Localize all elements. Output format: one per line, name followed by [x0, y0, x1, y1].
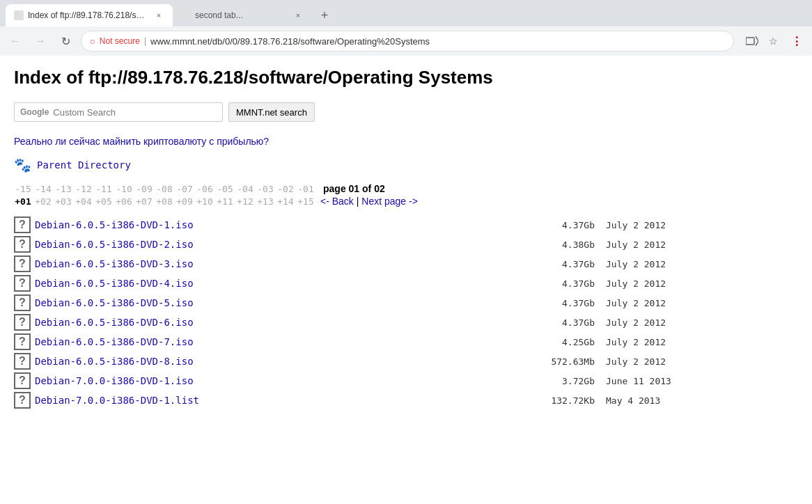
file-size: 4.25Gb — [532, 337, 595, 347]
pag-num-+06[interactable]: +06 — [115, 196, 133, 207]
pag-num-+04[interactable]: +04 — [75, 196, 93, 207]
folder-icon: 🐾 — [14, 157, 31, 173]
table-row: Debian-6.0.5-i386-DVD-5.iso 4.37Gb July … — [14, 293, 682, 313]
reload-button[interactable]: ↻ — [56, 31, 75, 51]
inactive-tab[interactable]: second tab... × — [173, 4, 312, 26]
pag-num--14[interactable]: -14 — [34, 184, 52, 194]
pag-num--06[interactable]: -06 — [196, 184, 214, 194]
pag-num-+08[interactable]: +08 — [155, 196, 173, 207]
file-size: 4.38Gb — [532, 239, 595, 250]
pagination-area: -15 -14 -13 -12 -11 -10 -09 -08 -07 -06 … — [14, 183, 682, 207]
pag-num-+07[interactable]: +07 — [135, 196, 153, 207]
back-link[interactable]: <- Back — [320, 196, 354, 207]
pag-num-+02[interactable]: +02 — [34, 196, 52, 207]
file-icon — [14, 314, 31, 331]
pag-num--12[interactable]: -12 — [75, 184, 93, 194]
url-bar[interactable]: ○ Not secure | www.mmnt.net/db/0/0/89.17… — [81, 31, 734, 52]
file-link[interactable]: Debian-6.0.5-i386-DVD-6.iso — [35, 317, 532, 328]
file-date: July 2 2012 — [606, 239, 682, 250]
file-date: July 2 2012 — [606, 356, 682, 367]
pag-num-+01[interactable]: +01 — [14, 196, 32, 207]
file-size: 4.37Gb — [532, 220, 595, 230]
tab-close-button[interactable]: × — [153, 10, 164, 21]
file-icon — [14, 216, 31, 233]
pag-num-+12[interactable]: +12 — [236, 196, 254, 207]
pag-num--04[interactable]: -04 — [236, 184, 254, 194]
table-row: Debian-6.0.5-i386-DVD-2.iso 4.38Gb July … — [14, 235, 682, 254]
parent-directory-link[interactable]: Parent Directory — [37, 159, 131, 171]
pag-num--03[interactable]: -03 — [256, 184, 274, 194]
menu-icon[interactable]: ⋮ — [787, 31, 806, 51]
bookmark-icon[interactable]: ☆ — [765, 33, 781, 49]
pag-num-+05[interactable]: +05 — [95, 196, 113, 207]
pagination-positive-nums: +01 +02 +03 +04 +05 +06 +07 +08 +09 +10 … — [14, 196, 315, 207]
search-input[interactable] — [53, 107, 217, 118]
table-row: Debian-6.0.5-i386-DVD-1.iso 4.37Gb July … — [14, 215, 682, 235]
pag-num-+03[interactable]: +03 — [54, 196, 72, 207]
file-link[interactable]: Debian-6.0.5-i386-DVD-8.iso — [35, 356, 532, 367]
pag-num--05[interactable]: -05 — [216, 184, 234, 194]
forward-button[interactable]: → — [31, 31, 50, 51]
file-date: July 2 2012 — [606, 259, 682, 269]
next-page-link[interactable]: Next page -> — [361, 196, 418, 207]
active-tab[interactable]: Index of ftp://89.178.76.218/soft... × — [6, 4, 173, 26]
file-date: July 2 2012 — [606, 317, 682, 328]
page-title: Index of ftp://89.178.76.218/software/Op… — [14, 67, 682, 88]
pag-num--11[interactable]: -11 — [95, 184, 113, 194]
file-link[interactable]: Debian-6.0.5-i386-DVD-7.iso — [35, 336, 532, 347]
pag-num--01[interactable]: -01 — [297, 184, 315, 194]
pag-num--13[interactable]: -13 — [54, 184, 72, 194]
file-size: 4.37Gb — [532, 278, 595, 289]
address-bar-icons: ☆ — [744, 33, 781, 49]
url-separator: | — [144, 36, 146, 46]
tab-bar: Index of ftp://89.178.76.218/soft... × s… — [0, 0, 812, 26]
pag-num-+13[interactable]: +13 — [256, 196, 274, 207]
pag-num-+15[interactable]: +15 — [297, 196, 315, 207]
back-button[interactable]: ← — [6, 31, 25, 51]
file-link[interactable]: Debian-6.0.5-i386-DVD-5.iso — [35, 297, 532, 308]
file-size: 132.72Kb — [532, 395, 595, 406]
address-bar: ← → ↻ ○ Not secure | www.mmnt.net/db/0/0… — [0, 26, 812, 56]
table-row: Debian-6.0.5-i386-DVD-8.iso 572.63Mb Jul… — [14, 352, 682, 371]
file-link[interactable]: Debian-7.0.0-i386-DVD-1.iso — [35, 375, 532, 386]
table-row: Debian-6.0.5-i386-DVD-7.iso 4.25Gb July … — [14, 332, 682, 352]
new-tab-button[interactable]: + — [315, 6, 334, 25]
file-link[interactable]: Debian-6.0.5-i386-DVD-2.iso — [35, 239, 532, 250]
file-link[interactable]: Debian-6.0.5-i386-DVD-3.iso — [35, 258, 532, 269]
file-date: July 2 2012 — [606, 220, 682, 230]
file-size: 3.72Gb — [532, 376, 595, 386]
not-secure-label: Not secure — [100, 36, 140, 46]
cast-icon[interactable] — [744, 33, 760, 49]
pag-num-+14[interactable]: +14 — [276, 196, 295, 207]
file-date: May 4 2013 — [606, 395, 682, 406]
file-link[interactable]: Debian-6.0.5-i386-DVD-1.iso — [35, 219, 532, 230]
file-size: 4.37Gb — [532, 259, 595, 269]
table-row: Debian-7.0.0-i386-DVD-1.list 132.72Kb Ma… — [14, 391, 682, 410]
pagination-nav: <- Back | Next page -> — [320, 196, 418, 207]
google-search-box[interactable]: Google — [14, 102, 223, 122]
pag-num--02[interactable]: -02 — [276, 184, 295, 194]
inactive-tab-close-button[interactable]: × — [292, 10, 304, 21]
svg-rect-0 — [746, 38, 754, 45]
tab-favicon — [14, 10, 24, 20]
file-link[interactable]: Debian-7.0.0-i386-DVD-1.list — [35, 395, 532, 406]
pag-num--10[interactable]: -10 — [115, 184, 133, 194]
file-date: June 11 2013 — [606, 376, 682, 386]
pag-num--09[interactable]: -09 — [135, 184, 153, 194]
file-date: July 2 2012 — [606, 337, 682, 347]
promo-link[interactable]: Реально ли сейчас майнить криптовалюту с… — [14, 136, 682, 147]
pag-num--07[interactable]: -07 — [175, 184, 194, 194]
inactive-tab-title: second tab... — [195, 10, 288, 20]
file-link[interactable]: Debian-6.0.5-i386-DVD-4.iso — [35, 278, 532, 289]
file-size: 572.63Mb — [532, 356, 595, 367]
pag-num--08[interactable]: -08 — [155, 184, 173, 194]
file-list: Debian-6.0.5-i386-DVD-1.iso 4.37Gb July … — [14, 215, 682, 410]
pag-num--15[interactable]: -15 — [14, 184, 32, 194]
mmnt-search-button[interactable]: MMNT.net search — [228, 102, 315, 122]
table-row: Debian-7.0.0-i386-DVD-1.iso 3.72Gb June … — [14, 371, 682, 391]
pag-num-+10[interactable]: +10 — [196, 196, 214, 207]
pag-num-+09[interactable]: +09 — [175, 196, 194, 207]
google-logo: Google — [20, 107, 49, 117]
pag-num-+11[interactable]: +11 — [216, 196, 234, 207]
table-row: Debian-6.0.5-i386-DVD-4.iso 4.37Gb July … — [14, 274, 682, 293]
